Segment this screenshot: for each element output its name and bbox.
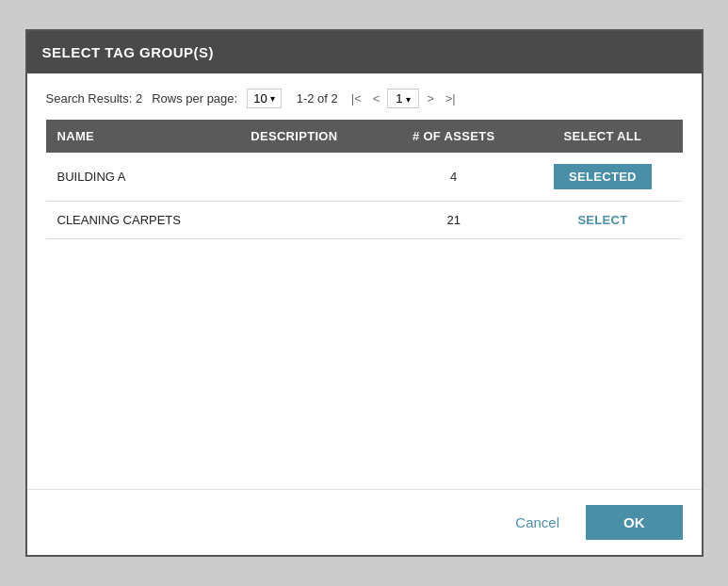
col-header-assets: # OF ASSETS [384,120,523,153]
dialog-footer: Cancel OK [27,489,702,555]
selected-button[interactable]: SELECTED [554,164,652,189]
col-header-description: DESCRIPTION [239,120,384,153]
pagination-page-dropdown[interactable]: 1 ▾ [387,89,419,108]
row-assets: 21 [384,202,523,239]
row-name: BUILDING A [46,153,240,202]
ok-button[interactable]: OK [586,505,683,540]
col-header-select-all: SELECT ALL [523,120,682,153]
dialog-body: Search Results: 2 Rows per page: 10 ▾ 1-… [27,73,702,489]
row-description [239,202,384,239]
row-description [239,153,384,202]
row-select[interactable]: SELECTED [523,153,682,202]
dialog-title: SELECT TAG GROUP(S) [42,44,215,60]
pagination-prev-button[interactable]: < [369,90,384,107]
table-row: CLEANING CARPETS 21 SELECT [46,202,683,239]
page-dropdown-caret-icon: ▾ [406,94,411,105]
search-results-label: Search Results: 2 [46,91,143,106]
row-assets: 4 [384,153,523,202]
pagination-last-button[interactable]: >| [442,90,460,107]
col-header-name: NAME [46,120,240,153]
dropdown-caret-icon: ▾ [270,93,275,104]
rows-per-page-label: Rows per page: [152,91,237,106]
pagination-bar: Search Results: 2 Rows per page: 10 ▾ 1-… [46,89,683,108]
pagination-nav: |< < 1 ▾ > >| [348,89,460,108]
pagination-range: 1-2 of 2 [297,91,338,106]
row-name: CLEANING CARPETS [46,202,240,239]
pagination-next-button[interactable]: > [423,90,438,107]
row-select[interactable]: SELECT [523,202,682,239]
select-tag-groups-dialog: SELECT TAG GROUP(S) Search Results: 2 Ro… [25,29,704,557]
pagination-first-button[interactable]: |< [348,90,365,107]
table-row: BUILDING A 4 SELECTED [46,153,683,202]
table-header-row: NAME DESCRIPTION # OF ASSETS SELECT ALL [46,120,683,153]
dialog-header: SELECT TAG GROUP(S) [27,31,702,73]
rows-per-page-dropdown[interactable]: 10 ▾ [247,89,281,108]
tag-groups-table: NAME DESCRIPTION # OF ASSETS SELECT ALL [46,120,683,239]
select-button[interactable]: SELECT [577,213,627,227]
cancel-button[interactable]: Cancel [500,507,574,538]
